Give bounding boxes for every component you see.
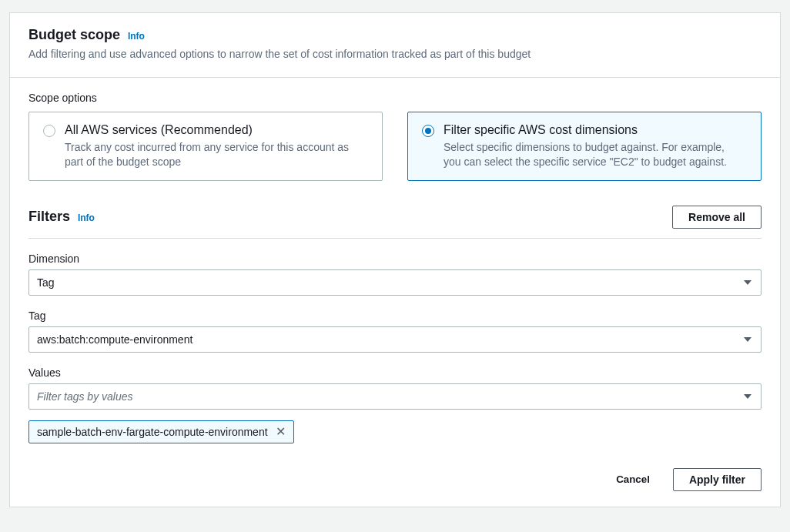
filters-info-link[interactable]: Info bbox=[78, 212, 95, 223]
remove-all-button[interactable]: Remove all bbox=[672, 206, 762, 229]
filters-title: Filters bbox=[28, 209, 70, 225]
cancel-button[interactable]: Cancel bbox=[607, 469, 659, 490]
apply-filter-button[interactable]: Apply filter bbox=[673, 468, 762, 491]
values-label: Values bbox=[28, 366, 762, 379]
scope-option-filter-dimensions[interactable]: Filter specific AWS cost dimensions Sele… bbox=[407, 112, 762, 181]
tag-select[interactable]: aws:batch:compute-environment bbox=[28, 326, 762, 353]
dimension-label: Dimension bbox=[28, 253, 762, 265]
filter-token: sample-batch-env-fargate-compute-environ… bbox=[28, 420, 294, 443]
close-icon[interactable]: ✕ bbox=[276, 426, 286, 438]
footer-actions: Cancel Apply filter bbox=[28, 468, 762, 491]
chevron-down-icon bbox=[744, 280, 752, 285]
radio-icon bbox=[43, 125, 55, 137]
selected-tokens: sample-batch-env-fargate-compute-environ… bbox=[28, 410, 762, 443]
values-placeholder: Filter tags by values bbox=[37, 390, 133, 403]
scope-option-all-services[interactable]: All AWS services (Recommended) Track any… bbox=[28, 112, 383, 181]
panel-header: Budget scope Info Add filtering and use … bbox=[10, 13, 780, 78]
tile-desc: Track any cost incurred from any service… bbox=[65, 140, 365, 169]
tile-title: All AWS services (Recommended) bbox=[65, 123, 365, 137]
chevron-down-icon bbox=[744, 394, 752, 399]
budget-scope-panel: Budget scope Info Add filtering and use … bbox=[9, 12, 781, 507]
page-title: Budget scope bbox=[28, 27, 120, 43]
radio-icon bbox=[422, 125, 434, 137]
tag-label: Tag bbox=[28, 309, 762, 322]
page-subtitle: Add filtering and use advanced options t… bbox=[28, 48, 762, 60]
dimension-field: Dimension Tag bbox=[28, 253, 762, 296]
tile-desc: Select specific dimensions to budget aga… bbox=[444, 140, 744, 169]
values-combobox[interactable]: Filter tags by values bbox=[28, 383, 762, 410]
dimension-value: Tag bbox=[37, 276, 55, 289]
tag-field: Tag aws:batch:compute-environment bbox=[28, 309, 762, 353]
scope-options-label: Scope options bbox=[28, 92, 762, 104]
dimension-select[interactable]: Tag bbox=[28, 269, 762, 296]
values-field: Values Filter tags by values bbox=[28, 366, 762, 410]
chevron-down-icon bbox=[744, 337, 752, 342]
info-link[interactable]: Info bbox=[128, 31, 145, 42]
tile-title: Filter specific AWS cost dimensions bbox=[444, 123, 744, 137]
tag-value: aws:batch:compute-environment bbox=[37, 333, 192, 346]
filters-header: Filters Info Remove all bbox=[28, 206, 762, 239]
scope-options-group: All AWS services (Recommended) Track any… bbox=[28, 112, 762, 181]
token-label: sample-batch-env-fargate-compute-environ… bbox=[37, 426, 268, 438]
